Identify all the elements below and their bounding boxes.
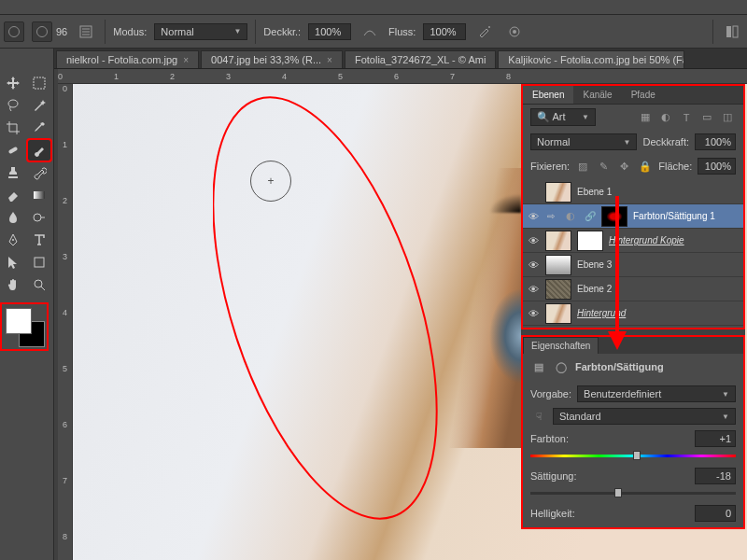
opacity-input[interactable]: 100% [308, 23, 351, 40]
heal-tool-icon[interactable] [2, 140, 24, 161]
filter-type-icon[interactable]: T [678, 110, 695, 125]
current-tool-icon[interactable] [4, 21, 24, 42]
flow-input[interactable]: 100% [423, 23, 466, 40]
tab-channels[interactable]: Kanäle [573, 86, 621, 104]
brush-panel-toggle-icon[interactable] [75, 21, 97, 43]
app-menu-bar [0, 0, 747, 15]
eyedropper-tool-icon[interactable] [28, 118, 50, 138]
brush-preset-picker[interactable] [32, 21, 52, 42]
svg-point-13 [35, 280, 42, 287]
brush-tool-icon[interactable] [28, 140, 50, 161]
layer-row[interactable]: 👁Hintergrund [523, 301, 743, 326]
svg-rect-8 [8, 147, 19, 154]
document-tab[interactable]: 0047.jpg bei 33,3% (R...× [201, 50, 343, 68]
options-bar: 96 Modus: Normal▼ Deckkr.: 100% Fluss: 1… [0, 15, 747, 49]
layer-row[interactable]: 👁⇨◐🔗Farbton/Sättigung 1 [523, 204, 743, 229]
shape-tool-icon[interactable] [28, 252, 50, 273]
document-tab[interactable]: nielkrol - Fotolia.com.jpg× [56, 50, 199, 68]
adjustment-icon: ◐ [562, 209, 579, 224]
layer-row[interactable]: Ebene 1 [523, 180, 743, 204]
hue-label: Farbton: [530, 433, 569, 444]
svg-point-3 [513, 30, 516, 34]
saturation-slider[interactable] [530, 486, 736, 499]
opacity-label: Deckkr.: [263, 26, 301, 37]
path-select-tool-icon[interactable] [2, 252, 24, 273]
targeted-adjust-icon[interactable]: ☟ [530, 409, 547, 424]
document-tab[interactable]: Fotolia_3724672_XL - © Ami [345, 50, 496, 68]
visibility-icon[interactable]: 👁 [527, 259, 540, 272]
preset-dropdown[interactable]: Benutzerdefiniert▼ [577, 385, 736, 402]
history-brush-tool-icon[interactable] [28, 162, 50, 183]
lasso-tool-icon[interactable] [2, 95, 24, 116]
svg-point-1 [488, 26, 490, 28]
layer-opacity-input[interactable]: 100% [695, 133, 736, 150]
hue-slider[interactable] [530, 449, 736, 462]
pressure-size-icon[interactable] [503, 21, 526, 43]
lightness-input[interactable]: 0 [695, 505, 736, 522]
layer-mask-thumb[interactable] [577, 231, 603, 251]
close-icon[interactable]: × [183, 55, 189, 65]
visibility-icon[interactable]: 👁 [527, 283, 540, 296]
panel-toggle-icon[interactable] [721, 21, 743, 43]
crop-tool-icon[interactable] [2, 118, 24, 138]
layer-row[interactable]: 👁Ebene 3 [523, 253, 743, 277]
blend-mode-dropdown[interactable]: Normal▼ [530, 133, 637, 150]
filter-adjust-icon[interactable]: ◐ [657, 110, 674, 125]
eraser-tool-icon[interactable] [2, 185, 24, 205]
close-icon[interactable]: × [327, 55, 332, 65]
layer-fill-input[interactable]: 100% [698, 158, 736, 175]
tab-layers[interactable]: Ebenen [523, 86, 573, 104]
brush-cursor-icon: + [250, 161, 291, 202]
layer-row[interactable]: 👁Ebene 2 [523, 277, 743, 301]
type-tool-icon[interactable] [28, 230, 50, 250]
lock-pos-icon[interactable]: ✥ [617, 159, 632, 174]
saturation-input[interactable]: -18 [695, 468, 736, 484]
hue-input[interactable]: +1 [695, 430, 736, 447]
filter-smart-icon[interactable]: ◫ [719, 110, 736, 125]
foreground-color[interactable] [6, 308, 32, 334]
channel-dropdown[interactable]: Standard▼ [553, 408, 736, 425]
pen-tool-icon[interactable] [2, 230, 24, 250]
horizontal-ruler: 012345678 [58, 69, 747, 84]
brush-size-value[interactable]: 96 [56, 26, 67, 37]
hand-tool-icon[interactable] [2, 274, 24, 295]
tab-properties[interactable]: Eigenschaften [523, 337, 599, 354]
lock-label: Fixieren: [530, 161, 570, 172]
visibility-icon[interactable] [527, 186, 540, 199]
stamp-tool-icon[interactable] [2, 162, 24, 183]
fill-label: Fläche: [658, 161, 692, 172]
visibility-icon[interactable]: 👁 [527, 307, 540, 320]
move-tool-icon[interactable] [2, 73, 24, 93]
mask-icon[interactable]: ◯ [553, 359, 570, 374]
visibility-icon[interactable]: 👁 [527, 234, 540, 247]
opacity-label: Deckkraft: [642, 136, 689, 147]
blend-mode-dropdown[interactable]: Normal▼ [154, 23, 247, 40]
lock-paint-icon[interactable]: ✎ [596, 159, 611, 174]
wand-tool-icon[interactable] [28, 95, 50, 116]
layer-mask-thumb[interactable] [601, 206, 627, 227]
gradient-tool-icon[interactable] [28, 185, 50, 205]
filter-pixel-icon[interactable]: ▦ [637, 110, 654, 125]
flow-label: Fluss: [388, 26, 416, 37]
svg-point-14 [213, 84, 474, 545]
svg-rect-5 [733, 26, 738, 37]
saturation-label: Sättigung: [530, 470, 577, 482]
color-swatches[interactable] [2, 304, 47, 349]
zoom-tool-icon[interactable] [28, 274, 50, 295]
layer-row[interactable]: 👁Hintergrund Kopie [523, 229, 743, 253]
tab-paths[interactable]: Pfade [622, 86, 665, 104]
dodge-tool-icon[interactable] [28, 207, 50, 228]
toolbox [0, 49, 54, 560]
lock-trans-icon[interactable]: ▨ [575, 159, 590, 174]
svg-rect-6 [34, 77, 45, 89]
airbrush-icon[interactable] [473, 21, 496, 43]
layer-filter-dropdown[interactable]: 🔍 Art▼ [530, 108, 596, 126]
visibility-icon[interactable]: 👁 [527, 210, 540, 223]
marquee-tool-icon[interactable] [28, 73, 50, 93]
document-tab[interactable]: Kaljikovic - Fotolia.com.jpg bei 50% (Fa… [498, 50, 684, 68]
blur-tool-icon[interactable] [2, 207, 24, 228]
pressure-opacity-icon[interactable] [359, 21, 381, 43]
lock-all-icon[interactable]: 🔒 [638, 159, 653, 174]
filter-shape-icon[interactable]: ▭ [698, 110, 715, 125]
vertical-ruler: 012345678 [58, 84, 73, 560]
